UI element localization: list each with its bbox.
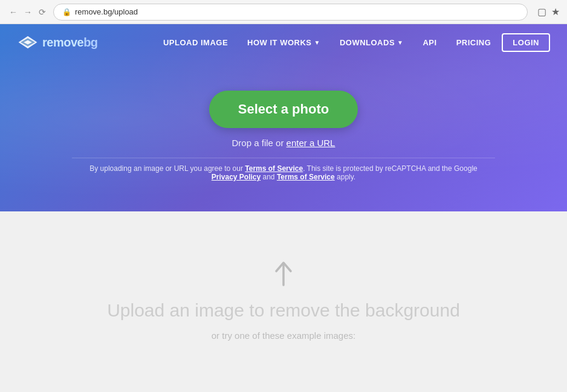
nav-how-it-works[interactable]: HOW IT WORKS ▼: [239, 33, 329, 52]
logo-icon: [17, 35, 39, 50]
enter-url-link[interactable]: enter a URL: [287, 138, 335, 148]
lower-section: Upload an image to remove the background…: [0, 211, 567, 387]
nav-api[interactable]: API: [414, 33, 445, 52]
hero-content: Select a photo Drop a file or enter a UR…: [0, 60, 567, 211]
upload-main-text: Upload an image to remove the background: [107, 300, 460, 321]
browser-chrome: ← → ⟳ 🔒 remove.bg/upload ▢ ★: [0, 0, 567, 24]
back-button[interactable]: ←: [7, 6, 19, 18]
nav-login[interactable]: LOGIN: [502, 33, 550, 52]
address-bar[interactable]: 🔒 remove.bg/upload: [53, 4, 528, 21]
terms-of-service-link-1[interactable]: Terms of Service: [245, 164, 303, 173]
terms-of-service-link-2[interactable]: Terms of Service: [277, 173, 335, 181]
nav-links: UPLOAD IMAGE HOW IT WORKS ▼ DOWNLOADS ▼ …: [155, 33, 550, 52]
url-text: remove.bg/upload: [75, 7, 138, 16]
select-photo-button[interactable]: Select a photo: [209, 91, 358, 128]
nav-pricing[interactable]: PRICING: [448, 33, 500, 52]
forward-button[interactable]: →: [22, 6, 34, 18]
site-wrapper: removebg UPLOAD IMAGE HOW IT WORKS ▼ DOW…: [0, 24, 567, 387]
example-images-text: or try one of these example images:: [212, 330, 355, 341]
screenshot-icon[interactable]: ▢: [537, 6, 546, 18]
nav-upload-image[interactable]: UPLOAD IMAGE: [155, 33, 236, 52]
privacy-policy-link[interactable]: Privacy Policy: [212, 173, 261, 181]
browser-actions: ▢ ★: [537, 6, 560, 18]
reload-button[interactable]: ⟳: [36, 6, 48, 18]
lock-icon: 🔒: [62, 8, 71, 16]
terms-text: By uploading an image or URL you agree t…: [72, 158, 495, 187]
logo-text: removebg: [42, 36, 98, 50]
nav-downloads[interactable]: DOWNLOADS ▼: [331, 33, 412, 52]
navbar: removebg UPLOAD IMAGE HOW IT WORKS ▼ DOW…: [0, 24, 567, 60]
drop-file-text: Drop a file or enter a URL: [232, 138, 335, 148]
logo[interactable]: removebg: [17, 35, 98, 50]
hero-section: removebg UPLOAD IMAGE HOW IT WORKS ▼ DOW…: [0, 24, 567, 211]
downloads-chevron-icon: ▼: [397, 39, 403, 46]
upload-arrow-icon: [271, 258, 296, 288]
bookmark-icon[interactable]: ★: [551, 6, 560, 18]
how-it-works-chevron-icon: ▼: [314, 39, 320, 46]
nav-buttons: ← → ⟳: [7, 6, 48, 18]
